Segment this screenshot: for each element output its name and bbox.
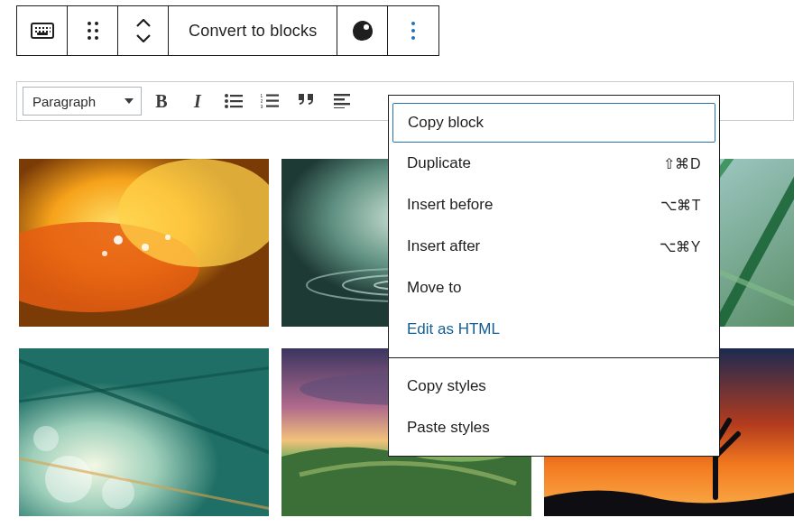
numbered-list-button[interactable]: 1 2 3 (254, 87, 286, 116)
block-mover[interactable] (118, 6, 169, 55)
menu-item-copy-styles[interactable]: Copy styles (389, 365, 719, 407)
menu-item-copy-block[interactable]: Copy block (392, 103, 715, 143)
block-options-button[interactable] (388, 6, 438, 55)
svg-point-31 (45, 456, 92, 503)
bold-button[interactable]: B (145, 87, 178, 116)
menu-item-label: Move to (407, 279, 461, 297)
menu-item-shortcut: ⌥⌘Y (660, 238, 701, 255)
svg-rect-1 (230, 95, 243, 97)
convert-label: Convert to blocks (189, 22, 317, 41)
gallery-image[interactable] (19, 348, 269, 516)
italic-icon: I (194, 91, 201, 112)
svg-rect-7 (266, 95, 279, 97)
menu-item-label: Insert after (407, 237, 480, 255)
svg-rect-3 (230, 100, 243, 102)
menu-item-insert-after[interactable]: Insert after ⌥⌘Y (389, 226, 719, 267)
paragraph-format-label: Paragraph (32, 94, 96, 109)
menu-group: Copy block Duplicate ⇧⌘D Insert before ⌥… (389, 96, 719, 357)
svg-point-20 (142, 244, 149, 251)
keyboard-button[interactable] (17, 6, 68, 55)
blockquote-button[interactable] (290, 87, 322, 116)
drag-handle-icon (86, 20, 100, 42)
keyboard-icon (31, 23, 54, 39)
menu-item-paste-styles[interactable]: Paste styles (389, 407, 719, 448)
align-left-icon (334, 94, 350, 108)
menu-item-shortcut: ⌥⌘T (660, 197, 701, 214)
menu-item-edit-as-html[interactable]: Edit as HTML (389, 309, 719, 350)
svg-rect-13 (334, 98, 345, 100)
block-toolbar: Convert to blocks (16, 5, 439, 56)
gallery-image[interactable] (19, 159, 269, 327)
menu-item-label: Copy block (408, 114, 484, 132)
svg-rect-9 (266, 100, 279, 102)
paragraph-format-select[interactable]: Paragraph (23, 87, 142, 116)
menu-group: Copy styles Paste styles (389, 358, 719, 456)
bold-icon: B (155, 91, 167, 112)
block-options-menu: Copy block Duplicate ⇧⌘D Insert before ⌥… (388, 95, 720, 457)
svg-point-22 (102, 251, 107, 256)
chevron-up-icon (136, 19, 151, 28)
menu-item-label: Paste styles (407, 419, 490, 437)
svg-rect-12 (334, 94, 350, 96)
svg-point-19 (114, 236, 123, 245)
convert-to-blocks-button[interactable]: Convert to blocks (169, 6, 337, 55)
menu-item-label: Copy styles (407, 377, 486, 395)
blockquote-icon (297, 94, 315, 108)
svg-text:3: 3 (261, 104, 263, 109)
chevron-down-icon (136, 33, 151, 42)
numbered-list-icon: 1 2 3 (261, 93, 279, 109)
svg-point-21 (165, 235, 171, 240)
svg-point-0 (225, 94, 228, 97)
align-button[interactable] (326, 87, 358, 116)
svg-rect-11 (266, 106, 279, 107)
menu-item-move-to[interactable]: Move to (389, 267, 719, 309)
menu-item-label: Duplicate (407, 154, 471, 172)
svg-point-2 (225, 99, 228, 103)
svg-rect-14 (334, 103, 350, 105)
svg-point-33 (33, 426, 59, 451)
menu-item-shortcut: ⇧⌘D (663, 155, 701, 172)
menu-item-duplicate[interactable]: Duplicate ⇧⌘D (389, 143, 719, 184)
menu-item-label: Edit as HTML (407, 320, 500, 338)
bulleted-list-button[interactable] (217, 87, 250, 116)
more-vertical-icon (411, 22, 415, 40)
menu-item-insert-before[interactable]: Insert before ⌥⌘T (389, 184, 719, 226)
italic-button[interactable]: I (181, 87, 214, 116)
bulleted-list-icon (225, 93, 243, 109)
svg-point-4 (225, 105, 228, 108)
palette-icon (353, 21, 373, 41)
menu-item-label: Insert before (407, 196, 493, 214)
chevron-down-icon (125, 98, 134, 104)
svg-rect-15 (334, 107, 345, 108)
styles-button[interactable] (337, 6, 388, 55)
svg-rect-5 (230, 106, 243, 107)
drag-handle-button[interactable] (68, 6, 118, 55)
